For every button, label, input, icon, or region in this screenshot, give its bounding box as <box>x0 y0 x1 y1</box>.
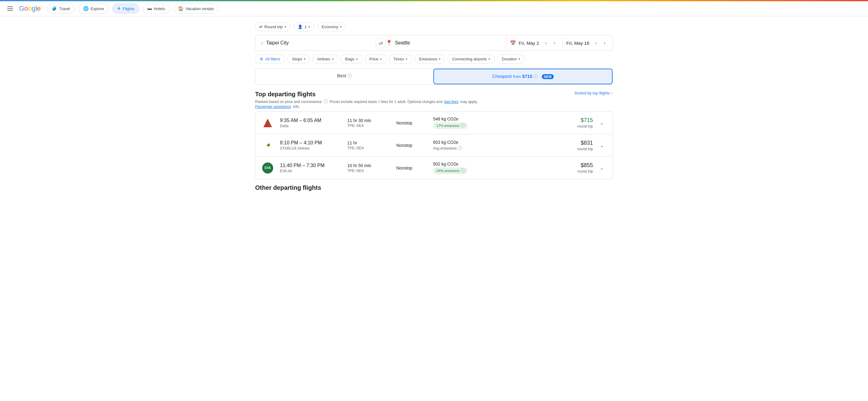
airlines-label: Airlines <box>317 57 330 61</box>
nav-flights[interactable]: ✈ Flights <box>113 4 139 13</box>
depart-date-nav: ‹ › <box>541 39 559 47</box>
flight-3-emissions-info[interactable]: ⓘ <box>461 168 465 174</box>
cheapest-info-icon[interactable]: ⓘ <box>533 74 538 79</box>
flight-2-avg-text: Avg emissions <box>433 146 457 150</box>
flight-2-stops: Nonstop <box>396 143 421 148</box>
flight-card-starlux[interactable]: ✦ 8:10 PM – 4:10 PM STARLUX Airlines 11 … <box>255 134 613 157</box>
sort-cheapest-tab[interactable]: Cheapest from $715 ⓘ NEW <box>433 69 613 84</box>
stops-filter[interactable]: Stops ▾ <box>287 55 310 63</box>
flight-1-emissions-badge-text: -17% emissions <box>436 124 459 127</box>
flight-3-airline: EVA Air <box>280 169 335 173</box>
flight-1-price-label: round trip <box>577 124 593 128</box>
flight-1-info: 9:35 AM – 6:05 AM Delta 11 hr 30 min TPE… <box>280 116 577 129</box>
airlines-filter[interactable]: Airlines ▾ <box>312 55 338 63</box>
flight-2-info: 8:10 PM – 4:10 PM STARLUX Airlines 11 hr… <box>280 140 577 151</box>
flight-3-times: 11:40 PM – 7:30 PM EVA Air <box>280 163 335 173</box>
nav-hotels[interactable]: 🛏 Hotels <box>143 4 170 13</box>
connecting-filter[interactable]: Connecting airports ▾ <box>447 55 495 63</box>
duration-filter[interactable]: Duration ▾ <box>497 55 525 63</box>
explore-icon: 🌐 <box>83 6 89 11</box>
return-date-label: Fri, May 16 <box>566 40 589 46</box>
menu-icon[interactable] <box>5 4 15 13</box>
swap-icon: ⇄ <box>259 25 262 29</box>
ranked-text: Ranked based on price and convenience <box>255 99 322 104</box>
times-filter[interactable]: Times ▾ <box>389 55 412 63</box>
flight-2-emissions-info[interactable]: ⓘ <box>458 146 462 150</box>
bags-label: Bags <box>345 57 354 61</box>
price-chevron: ▾ <box>380 57 382 61</box>
emissions-filter[interactable]: Emissions ▾ <box>414 55 445 63</box>
flight-3-expand-button[interactable]: ⌄ <box>597 163 607 173</box>
depart-date-input[interactable]: 📅 Fri, May 2 ‹ › <box>506 35 562 51</box>
flight-3-emissions-badge: -24% emissions ⓘ <box>433 167 467 174</box>
origin-input-container[interactable]: ○ <box>255 35 381 51</box>
flight-1-duration-text: 11 hr 30 min <box>347 118 384 123</box>
cheapest-price: $715 <box>522 74 532 79</box>
return-date-input[interactable]: Fri, May 16 ‹ › <box>563 35 613 51</box>
depart-prev-button[interactable]: ‹ <box>541 39 550 47</box>
date-section: 📅 Fri, May 2 ‹ › Fri, May 16 ‹ › <box>506 35 613 51</box>
return-next-button[interactable]: › <box>600 39 609 47</box>
flight-3-duration: 10 hr 50 min TPE–SEA <box>347 163 384 173</box>
bags-chevron: ▾ <box>356 57 358 61</box>
sort-best-tab[interactable]: Best ⓘ <box>255 69 433 84</box>
connecting-chevron: ▾ <box>489 57 490 61</box>
flight-1-emissions-badge: -17% emissions ⓘ <box>433 122 467 129</box>
sorted-by-button[interactable]: Sorted by top flights ↑ <box>575 91 613 95</box>
nav-explore[interactable]: 🌐 Explore <box>79 4 109 13</box>
flight-1-stops: Nonstop <box>396 120 421 125</box>
passengers-label: 1 <box>305 25 307 29</box>
cheapest-from: from <box>513 74 522 79</box>
flight-3-time-range: 11:40 PM – 7:30 PM <box>280 163 335 168</box>
swap-button[interactable]: ⇄ <box>375 37 386 49</box>
flight-1-expand-button[interactable]: ⌄ <box>597 118 607 128</box>
flight-card-delta[interactable]: 9:35 AM – 6:05 AM Delta 11 hr 30 min TPE… <box>255 112 613 134</box>
airlines-chevron: ▾ <box>332 57 334 61</box>
nav-travel[interactable]: 🧳 Travel <box>47 4 75 13</box>
flight-1-times: 9:35 AM – 6:05 AM Delta <box>280 118 335 128</box>
passengers-selector[interactable]: 👤 1 ▾ <box>294 22 314 31</box>
person-icon: 👤 <box>298 25 303 29</box>
flight-1-route: TPE–SEA <box>347 123 384 128</box>
flight-3-emissions-kg: 502 kg CO2e <box>433 162 479 167</box>
best-info-icon[interactable]: ⓘ <box>348 73 352 78</box>
nav-vacation[interactable]: 🏠 Vacation rentals <box>173 4 218 13</box>
flight-card-eva[interactable]: EVA 11:40 PM – 7:30 PM EVA Air 10 hr 50 … <box>255 157 613 179</box>
return-prev-button[interactable]: ‹ <box>592 39 600 47</box>
depart-next-button[interactable]: › <box>550 39 559 47</box>
sort-tabs: Best ⓘ Cheapest from $715 ⓘ NEW <box>255 68 613 85</box>
subtitle-row: Top departing flights Ranked based on pr… <box>255 91 613 109</box>
origin-input[interactable] <box>266 40 376 46</box>
flight-3-emissions: 502 kg CO2e -24% emissions ⓘ <box>433 162 479 174</box>
trip-type-label: Round trip <box>264 25 283 29</box>
passenger-subtitle: Passenger assistance info. <box>255 105 575 109</box>
flight-2-expand-button[interactable]: ⌄ <box>597 140 607 150</box>
class-selector[interactable]: Economy ▾ <box>318 22 345 31</box>
all-filters-button[interactable]: ⚙ All filters <box>255 55 285 63</box>
may-apply: may apply. <box>460 99 477 104</box>
flights-icon: ✈ <box>117 6 121 11</box>
duration-chevron: ▾ <box>519 57 520 61</box>
flight-2-emissions-kg: 653 kg CO2e <box>433 140 479 145</box>
bags-filter[interactable]: Bags ▾ <box>341 55 362 63</box>
passenger-link[interactable]: Passenger assistance <box>255 105 291 109</box>
search-controls: ⇄ Round trip ▾ 👤 1 ▾ Economy ▾ ○ ⇄ 📍 <box>255 22 613 63</box>
return-date-nav: ‹ › <box>592 39 609 47</box>
flight-3-stops: Nonstop <box>396 166 421 170</box>
tax-note: Prices include required taxes + fees for… <box>330 99 442 104</box>
bag-fees-link[interactable]: bag fees <box>444 99 458 104</box>
nav-flights-label: Flights <box>123 6 134 11</box>
flight-2-route: TPE–SEA <box>347 146 384 150</box>
price-filter[interactable]: Price ▾ <box>365 55 386 63</box>
class-chevron: ▾ <box>340 25 341 29</box>
flight-1-emissions-info[interactable]: ⓘ <box>461 123 465 128</box>
stops-label: Stops <box>292 57 302 61</box>
main-nav: Google 🧳 Travel 🌐 Explore ✈ Flights 🛏 Ho… <box>0 1 868 16</box>
destination-input[interactable] <box>395 40 501 46</box>
subtitle-info-icon[interactable]: ⓘ <box>324 99 328 105</box>
cheapest-tab-label: Cheapest <box>492 74 512 79</box>
flight-2-price-value: $831 <box>577 140 593 146</box>
best-tab-label: Best <box>337 73 346 78</box>
trip-type-selector[interactable]: ⇄ Round trip ▾ <box>255 22 290 31</box>
destination-input-container[interactable]: 📍 <box>381 35 506 51</box>
